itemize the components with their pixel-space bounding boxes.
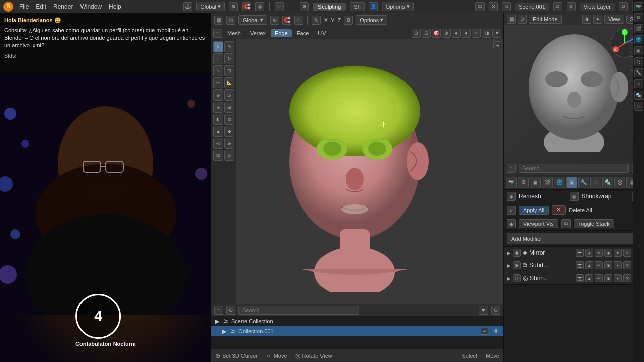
shading-icon4[interactable]: ◑	[482, 29, 491, 38]
shrink-tool[interactable]: ⊙	[224, 150, 234, 161]
view-layer[interactable]: View Layer	[580, 3, 615, 11]
outliner-item-collection[interactable]: ▶ 🗂 Collection.001 ✓ 👁	[211, 326, 503, 336]
shrink-close-icon[interactable]: ✕	[623, 274, 631, 282]
snap-icon[interactable]: ⚓	[183, 2, 192, 11]
copy-icon3[interactable]: ⧉	[619, 2, 628, 11]
transform-tool[interactable]: ⊡	[224, 65, 234, 76]
knife-tool[interactable]: ▲	[213, 126, 223, 137]
sculpting-tab[interactable]: Sculpting	[313, 3, 346, 11]
preview-shading2[interactable]: ●	[593, 15, 602, 24]
header-icon[interactable]: ≡	[213, 29, 222, 38]
outliner-search[interactable]	[238, 306, 359, 315]
x-mirror-icon[interactable]: X	[312, 16, 321, 25]
mirror-expand[interactable]: ▶	[507, 250, 511, 256]
annotate-tool[interactable]: ✏	[213, 77, 223, 88]
select-tool[interactable]: ↖	[213, 41, 223, 52]
apply-all-btn[interactable]: Apply All	[519, 206, 549, 215]
mirror-render-icon[interactable]: ▲	[585, 249, 593, 257]
shrink-down-icon[interactable]: ▾	[614, 274, 622, 282]
measure-tool[interactable]: 📐	[224, 77, 234, 88]
smooth-tool[interactable]: ▤	[213, 150, 223, 161]
particle-props-icon[interactable]: ⁙	[634, 79, 643, 88]
close-icon[interactable]: ✕	[489, 2, 498, 11]
subd-close-icon[interactable]: ✕	[623, 261, 631, 269]
subd-render-icon[interactable]: ▲	[585, 261, 593, 269]
outliner-icon[interactable]: ≡	[214, 306, 223, 315]
vertex-select-icon[interactable]: ⊙	[412, 29, 421, 38]
face-btn[interactable]: Face	[293, 29, 313, 37]
mirror-down-icon[interactable]: ▾	[614, 249, 622, 257]
preview-mode-icon[interactable]: ⊙	[518, 15, 527, 24]
uv-btn[interactable]: UV	[314, 29, 330, 37]
outliner-item-scene[interactable]: ▶ 🗂 Scene Collection	[211, 316, 503, 326]
modifier-props-icon[interactable]: 🔧	[634, 68, 643, 77]
edge-btn[interactable]: Edge	[271, 29, 292, 37]
snap-type-icon[interactable]: ◎	[226, 16, 235, 25]
shading-icon3[interactable]: ○	[472, 29, 481, 38]
scale-tool[interactable]: ⤡	[213, 65, 223, 76]
constraints-tab[interactable]: ⛓	[614, 177, 625, 188]
scene-props-icon[interactable]: 🎬	[634, 24, 643, 33]
mirror-vis-icon[interactable]: ◉	[604, 249, 612, 257]
menu-help[interactable]: Help	[109, 3, 121, 10]
preview-shading1[interactable]: ◑	[582, 15, 591, 24]
props-search-input[interactable]	[519, 164, 629, 173]
edge-select-icon[interactable]: ⊡	[422, 29, 431, 38]
subd-edit-icon[interactable]: ✏	[595, 261, 603, 269]
spin-tool[interactable]: ◎	[213, 138, 223, 149]
preview-view-icon[interactable]: ▦	[507, 15, 516, 24]
output-tab[interactable]: 🖥	[518, 177, 529, 188]
options-btn[interactable]: Options ▾	[382, 2, 414, 11]
apply-icon[interactable]: ↙	[507, 206, 516, 215]
filter-icon[interactable]: ▼	[479, 306, 488, 315]
collection-eye-icon[interactable]: 👁	[493, 328, 499, 335]
subd-down-icon[interactable]: ▾	[614, 261, 622, 269]
constraint-props-icon[interactable]: ⛓	[634, 57, 643, 66]
render-tab[interactable]: 📷	[506, 177, 517, 188]
viewport-collapse-btn[interactable]: ◂	[493, 41, 501, 49]
props-header-icon[interactable]: ≡	[507, 164, 516, 173]
move-tool[interactable]: ↔	[213, 53, 223, 64]
transform-orientations-icon[interactable]: ⚙	[344, 16, 353, 25]
shading-icon2[interactable]: ●	[462, 29, 471, 38]
add-cube-tool[interactable]: ⊕	[213, 89, 223, 101]
sh-tab[interactable]: Sh	[350, 2, 364, 11]
snap-magnet-icon[interactable]: 🧲	[282, 16, 291, 25]
subd-cam-icon[interactable]: 📷	[576, 261, 584, 269]
shrinkwrap-icon[interactable]: ◎	[570, 192, 579, 201]
extrude-tool[interactable]: ◈	[213, 102, 223, 113]
delete-btn[interactable]: ✕	[552, 205, 566, 215]
copy-icon2[interactable]: ⧉	[553, 2, 562, 11]
maximize-icon[interactable]: ⧈	[502, 2, 511, 11]
snap-icon2[interactable]: 🧲	[242, 2, 251, 11]
scene-name[interactable]: Scene.001	[515, 3, 549, 11]
stack-icon[interactable]: ⧉	[561, 219, 571, 228]
transform-global-btn[interactable]: Global ▾	[238, 15, 267, 25]
modifier-tab[interactable]: 🔧	[578, 177, 589, 188]
user-icon[interactable]: 👤	[369, 2, 378, 11]
world-tab[interactable]: 🌐	[554, 177, 565, 188]
shrink-edit-icon[interactable]: ✏	[595, 274, 603, 282]
shrink-render-icon[interactable]: ▲	[585, 274, 593, 282]
shrink-expand[interactable]: ▶	[507, 276, 511, 281]
menu-edit[interactable]: Edit	[36, 3, 46, 10]
vertex-btn[interactable]: Vertex	[246, 29, 270, 37]
mirror-edit-icon[interactable]: ✏	[595, 249, 603, 257]
menu-render[interactable]: Render	[53, 3, 73, 10]
loop-tool[interactable]: ⧉	[224, 114, 234, 125]
more-icon[interactable]: ▾	[492, 29, 501, 38]
face-select-icon[interactable]: 🎯	[432, 29, 441, 38]
scene-settings-icon[interactable]: ⚙	[567, 2, 576, 11]
outliner-type-icon[interactable]: ⊙	[226, 306, 235, 315]
world-props-icon[interactable]: 🌐	[634, 35, 643, 44]
overlay-icon[interactable]: ⊕	[442, 29, 451, 38]
inset-tool[interactable]: ⊞	[224, 102, 234, 113]
bisect-tool[interactable]: ◆	[224, 126, 234, 137]
toggle-stack-btn[interactable]: Toggle Stack	[574, 219, 614, 228]
move-status2[interactable]: Move	[486, 353, 499, 359]
transform-dropdown[interactable]: Global ▾	[196, 2, 225, 11]
output-props-icon[interactable]: 🖥	[634, 13, 643, 22]
view-type-icon[interactable]: ▦	[214, 16, 223, 25]
proportional-icon[interactable]: ◎	[255, 2, 264, 11]
shrink-cam-icon[interactable]: 📷	[576, 274, 584, 282]
